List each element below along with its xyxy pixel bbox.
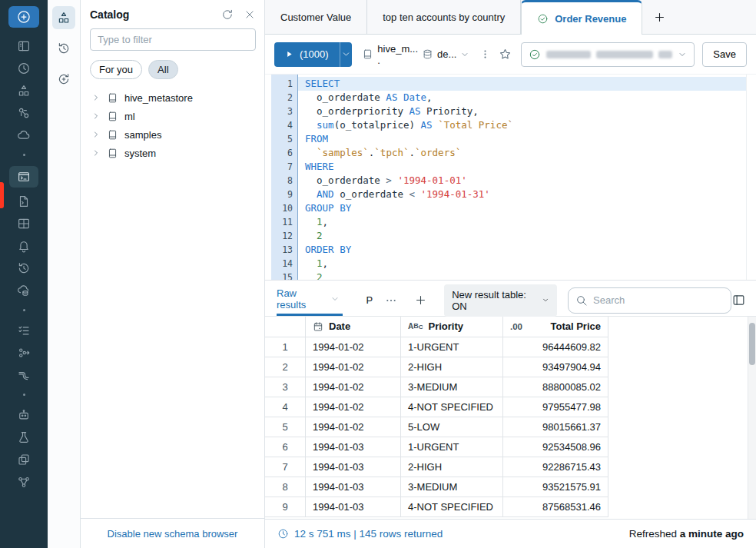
plus-circle-icon	[16, 9, 32, 25]
editor-line[interactable]: 5FROM	[265, 132, 756, 146]
tab-label: Order Revenue	[555, 13, 626, 25]
priority-column-header[interactable]: ABC Priority	[401, 317, 503, 337]
chevron-down-icon	[678, 50, 687, 59]
refresh-button[interactable]	[221, 8, 234, 21]
results-scrollbar[interactable]	[748, 317, 756, 520]
sidebar-item-query-history[interactable]	[9, 257, 38, 279]
catalog-filter-input[interactable]	[90, 28, 256, 51]
total-price-cell: 96444609.82	[503, 337, 608, 357]
tab-customer-value[interactable]: Customer Value	[265, 0, 367, 35]
sidebar-item-data-ingestion[interactable]	[9, 341, 38, 364]
table-row[interactable]: 61994-01-031-URGENT92534508.96	[265, 437, 608, 457]
add-data-tab-button[interactable]	[52, 68, 75, 91]
editor-line[interactable]: 13ORDER BY	[265, 243, 756, 257]
editor-line[interactable]: 10GROUP BY	[265, 201, 756, 215]
run-button[interactable]: (1000)	[274, 42, 340, 67]
job-runs-icon	[17, 324, 31, 337]
tree-item-label: samples	[124, 129, 161, 141]
chevron-right-icon[interactable]	[91, 130, 102, 139]
table-row[interactable]: 81994-01-033-MEDIUM93521575.91	[265, 477, 608, 497]
sidebar-item-serving[interactable]	[9, 470, 38, 493]
editor-line[interactable]: 3 o_orderpriority AS Priority,	[265, 105, 756, 118]
new-tab-button[interactable]	[642, 0, 676, 35]
result-tabs-overflow-button[interactable]	[385, 294, 397, 307]
favorite-star-button[interactable]	[499, 48, 512, 61]
sidebar-item-playground[interactable]	[9, 404, 38, 426]
new-result-table-toggle[interactable]: New result table: ON	[444, 284, 557, 317]
table-row[interactable]: 51994-01-025-LOW98015661.37	[265, 417, 608, 437]
editor-line[interactable]: 12 2	[265, 229, 756, 243]
flask-icon	[17, 430, 31, 444]
table-row[interactable]: 31994-01-023-MEDIUM88800085.02	[265, 377, 608, 397]
editor-line[interactable]: 6 `samples`.`tpch`.`orders`	[265, 146, 756, 160]
sidebar-item-experiments[interactable]	[9, 426, 38, 448]
search-icon	[575, 294, 588, 307]
results-side-panel-toggle[interactable]	[731, 293, 746, 307]
sidebar-item-sql-warehouses[interactable]	[9, 279, 38, 301]
save-button[interactable]: Save	[702, 42, 747, 67]
sidebar-item-recents[interactable]	[9, 57, 38, 79]
editor-line[interactable]: 2 o_orderdate AS Date,	[265, 91, 756, 105]
disable-schema-browser-link[interactable]: Disable new schema browser	[108, 528, 238, 540]
sidebar-item-dashboards[interactable]	[9, 212, 38, 234]
table-row[interactable]: 71994-01-032-HIGH92286715.43	[265, 457, 608, 477]
tree-item-ml[interactable]: ml	[81, 107, 264, 125]
sidebar-section-dot	[23, 146, 25, 164]
sidebar-item-job-runs[interactable]	[9, 319, 38, 341]
editor-line[interactable]: 8 o_orderdate > '1994-01-01'	[265, 174, 756, 188]
catalog-schema-selector[interactable]: hive_m... . de...	[362, 43, 469, 66]
editor-line[interactable]: 9 AND o_orderdate < '1994-01-31'	[265, 188, 756, 201]
tab-top-ten-accounts[interactable]: top ten accounts by country	[367, 0, 521, 35]
warehouse-selector[interactable]	[521, 42, 695, 67]
catalog-book-icon	[107, 148, 118, 159]
sidebar-item-apps[interactable]	[9, 448, 38, 470]
more-actions-button[interactable]	[479, 48, 491, 60]
total-price-column-header[interactable]: .00 Total Price	[503, 317, 608, 337]
warehouse-size-redacted	[658, 51, 672, 58]
for-you-pill[interactable]: For you	[90, 60, 142, 79]
query-stats[interactable]: 12 s 751 ms | 145 rows returned	[294, 528, 443, 540]
editor-scrollbar[interactable]	[746, 75, 756, 280]
recent-queries-tab-button[interactable]	[52, 37, 75, 60]
table-row[interactable]: 91994-01-034-NOT SPECIFIED87568531.46	[265, 497, 608, 517]
table-row[interactable]: 21994-01-022-HIGH93497904.94	[265, 357, 608, 377]
results-scrollbar-thumb[interactable]	[749, 323, 755, 365]
tree-item-system[interactable]: system	[81, 144, 264, 162]
priority-cell: 1-URGENT	[401, 337, 503, 357]
table-row[interactable]: 41994-01-024-NOT SPECIFIED97955477.98	[265, 397, 608, 417]
new-button[interactable]	[8, 6, 39, 28]
run-options-button[interactable]	[340, 42, 353, 67]
chevron-right-icon[interactable]	[91, 93, 102, 102]
tree-item-samples[interactable]: samples	[81, 125, 264, 144]
sidebar-item-workspace[interactable]	[9, 35, 38, 57]
catalog-book-icon	[107, 111, 118, 122]
sidebar-item-alerts[interactable]	[9, 234, 38, 257]
editor-line[interactable]: 7WHERE	[265, 160, 756, 174]
obscured-result-tab[interactable]: P	[366, 294, 373, 306]
tree-item-hive-metastore[interactable]: hive_metastore	[81, 88, 264, 107]
editor-line[interactable]: 15 2	[265, 271, 756, 280]
editor-line[interactable]: 4 sum(o_totalprice) AS `Total Price`	[265, 118, 756, 132]
chevron-right-icon[interactable]	[91, 148, 102, 158]
tab-order-revenue[interactable]: Order Revenue	[521, 0, 642, 35]
chevron-down-icon	[330, 294, 340, 304]
catalog-tab-button[interactable]	[52, 6, 75, 29]
add-visualization-button[interactable]	[414, 294, 427, 307]
table-row[interactable]: 11994-01-021-URGENT96444609.82	[265, 337, 608, 357]
sidebar-item-workflows[interactable]	[9, 101, 38, 124]
sidebar-item-sql-editor[interactable]	[9, 166, 38, 188]
all-pill[interactable]: All	[148, 60, 177, 79]
editor-line[interactable]: 1SELECT	[265, 77, 756, 91]
date-column-header[interactable]: Date	[306, 317, 401, 337]
sidebar-item-pipelines[interactable]	[9, 364, 38, 386]
raw-results-tab[interactable]: Raw results	[277, 285, 343, 316]
close-panel-button[interactable]	[244, 9, 255, 20]
chevron-right-icon[interactable]	[91, 111, 102, 121]
results-search-input[interactable]	[593, 294, 716, 306]
sidebar-item-catalog[interactable]	[9, 79, 38, 101]
sidebar-item-compute[interactable]	[9, 124, 38, 146]
editor-line[interactable]: 11 1,	[265, 215, 756, 229]
sql-editor[interactable]: 1SELECT2 o_orderdate AS Date,3 o_orderpr…	[265, 75, 756, 280]
sidebar-item-queries[interactable]	[9, 190, 38, 212]
editor-line[interactable]: 14 1,	[265, 257, 756, 271]
